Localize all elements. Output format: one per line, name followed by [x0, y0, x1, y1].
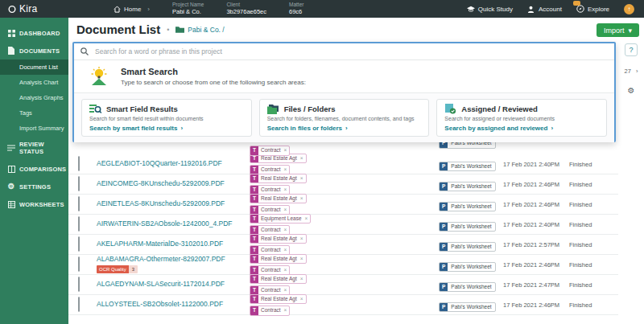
sidebar-item-dashboard[interactable]: DASHBOARD	[0, 24, 68, 42]
table-icon	[7, 200, 15, 208]
right-rail: ? 27 › ⚙	[618, 42, 644, 95]
sidebar-item-worksheets[interactable]: WORKSHEETS	[0, 195, 68, 213]
document-icon	[7, 47, 15, 55]
assigned-check-icon	[444, 104, 456, 114]
breadcrumb-chevron-icon: ›	[147, 6, 150, 13]
sidebar-item-analysis-chart[interactable]: Analysis Chart	[0, 75, 68, 90]
smart-field-icon	[89, 104, 101, 114]
panel-assigned-reviewed[interactable]: Assigned / Reviewed Search for assigned …	[436, 99, 607, 137]
pagination[interactable]: 27 ›	[625, 68, 638, 75]
smart-search-header: Smart Search Type to search or choose fr…	[74, 60, 614, 92]
search-bar	[74, 43, 614, 60]
sidebar-item-document-list[interactable]: Document List	[0, 59, 68, 75]
panel-files-folders[interactable]: Files / Folders Search for folders, file…	[259, 99, 430, 137]
gear-icon: ⚙	[7, 183, 15, 191]
explore-notification-badge	[573, 1, 580, 6]
upload-status-icon[interactable]: ↑	[624, 4, 634, 14]
sidebar-nav: DASHBOARD DOCUMENTS Document List Analys…	[0, 18, 68, 324]
search-in-files-link[interactable]: Search in files or folders ›	[267, 125, 422, 132]
smart-search-popup: Smart Search Type to search or choose fr…	[72, 42, 616, 142]
tag-type-icon: T	[250, 146, 258, 155]
home-link[interactable]: Home ›	[113, 5, 150, 13]
sidebar-item-documents[interactable]: DOCUMENTS	[0, 42, 68, 59]
chevron-right-icon: ›	[345, 125, 348, 132]
sidebar-item-settings[interactable]: ⚙ SETTINGS	[0, 178, 68, 195]
list-lines-icon	[7, 144, 15, 152]
chevron-right-icon: ›	[180, 125, 183, 132]
sidebar-item-analysis-graphs[interactable]: Analysis Graphs	[0, 90, 68, 105]
sidebar-item-import-summary[interactable]: Import Summary	[0, 121, 68, 136]
tag-chip[interactable]: T Contract ×	[250, 146, 290, 156]
folders-icon	[267, 104, 279, 114]
sidebar-item-review-status[interactable]: REVIEW STATUS	[0, 136, 68, 160]
quick-study-link[interactable]: Quick Study	[467, 5, 513, 13]
help-button[interactable]: ?	[625, 43, 638, 56]
matter-field: Matter 69c6	[289, 2, 303, 16]
sidebar-item-tags[interactable]: Tags	[0, 105, 68, 121]
main-content: Document List • Pabi & Co. / Import ▾ ? …	[68, 18, 644, 324]
compass-icon	[576, 5, 584, 13]
client-field: Client 3b2976ae65ec	[226, 2, 266, 16]
explore-link[interactable]: Explore	[576, 5, 609, 13]
kira-logo-text: Kira	[19, 3, 38, 14]
smart-search-subtitle: Type to search or choose from one of the…	[121, 79, 306, 86]
search-by-smart-field-link[interactable]: Search by smart field results ›	[89, 125, 244, 132]
smart-search-panels: Smart Field Results Search for smart fie…	[74, 92, 614, 142]
search-icon	[80, 47, 89, 55]
smart-search-beacon-icon	[89, 66, 109, 87]
tag-remove-icon[interactable]: ×	[283, 146, 290, 155]
table-settings-gear-icon[interactable]: ⚙	[628, 86, 635, 95]
kira-app-window: Kira Home › Project Name Pabi & Co. Clie…	[0, 0, 644, 324]
sidebar-item-comparisons[interactable]: COMPARISONS	[0, 160, 68, 178]
search-by-assigned-link[interactable]: Search by assigned and reviewed ›	[444, 125, 599, 132]
panel-smart-field-results[interactable]: Smart Field Results Search for smart fie…	[81, 99, 252, 137]
project-name-field: Project Name Pabi & Co.	[172, 2, 204, 16]
kira-logo-icon	[8, 5, 16, 13]
chevron-right-icon: ›	[551, 125, 553, 132]
home-icon	[113, 5, 121, 13]
top-bar: Kira Home › Project Name Pabi & Co. Clie…	[0, 0, 644, 18]
kira-logo[interactable]: Kira	[0, 3, 68, 14]
pagination-count: 27	[625, 68, 631, 75]
book-icon	[7, 165, 15, 173]
next-page-icon[interactable]: ›	[636, 68, 638, 75]
grid-icon	[7, 29, 15, 37]
person-icon	[527, 5, 535, 13]
graduation-cap-icon	[467, 5, 475, 13]
account-link[interactable]: Account	[527, 5, 562, 13]
search-input[interactable]	[93, 47, 608, 56]
smart-search-title: Smart Search	[121, 67, 306, 76]
